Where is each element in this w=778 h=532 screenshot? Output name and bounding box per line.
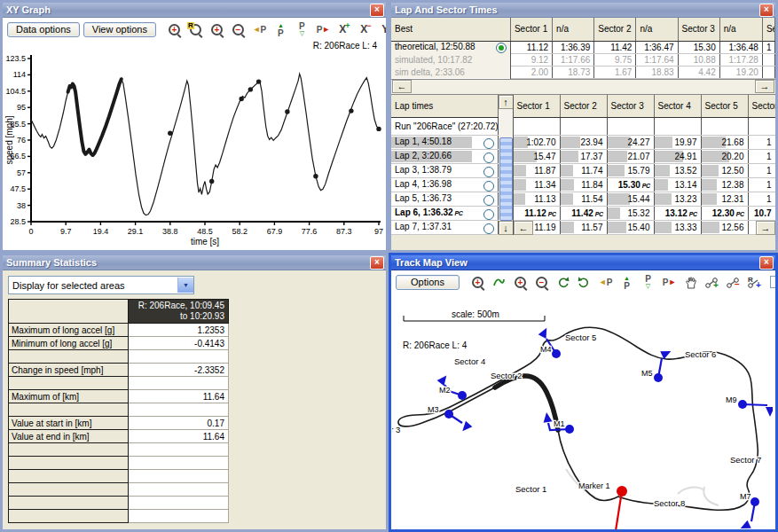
run-row[interactable]: Run "206Race" (27:20.72) [391, 118, 775, 136]
stat-value: -2.3352 [129, 364, 229, 377]
vscroll-thumb[interactable] [499, 137, 513, 221]
lap-label: Lap 7, 1:37.31 [395, 222, 452, 231]
xy-graph-titlebar[interactable]: XY Graph [3, 3, 386, 18]
map-scale-bar: scale: 500m [397, 309, 556, 325]
node-remove-icon[interactable]: − [724, 273, 743, 291]
zoom-out-icon[interactable]: − [229, 20, 248, 38]
stat-value [129, 470, 229, 483]
svg-text:−: − [735, 279, 740, 289]
node-add-icon[interactable]: + [703, 273, 721, 291]
sector-time-cell: 23.94 [560, 136, 607, 150]
lap-sector-times-panel: Lap And Sector Times BestSector 1n/aSect… [389, 0, 778, 253]
track-map-titlebar[interactable]: Track Map View [391, 255, 775, 270]
rotate-ccw-icon[interactable] [575, 273, 593, 291]
lap-row[interactable]: Lap 3, 1:38.7911.8711.7415.7913.5212.501 [391, 164, 775, 178]
close-icon[interactable] [759, 4, 774, 17]
pan-hand-icon[interactable] [681, 273, 700, 291]
lap-row[interactable]: Lap 2, 3:20.6615.4717.3721.0724.9120.201 [391, 150, 775, 164]
sector-time-cell: 24.91 [654, 150, 701, 164]
view-options-button[interactable]: View options [83, 22, 156, 37]
best-row-radio[interactable] [496, 43, 507, 53]
map-marker-m9: M9 [726, 395, 773, 417]
summary-statistics-panel: Summary Statistics Display for selected … [0, 253, 389, 532]
close-icon[interactable] [370, 4, 384, 17]
best-time-cell: 1:17.64 [636, 53, 678, 66]
marker-top-icon[interactable]: ▲P [617, 273, 636, 291]
scroll-left-icon[interactable] [392, 80, 412, 93]
marker-top-icon[interactable]: ▲P [271, 20, 290, 38]
sector-time-cell: 17.37 [560, 150, 607, 164]
data-options-button[interactable]: Data options [7, 22, 80, 37]
lap-radio[interactable] [483, 195, 494, 206]
marker-bottom-icon[interactable]: P▽ [639, 273, 657, 291]
sector-time-cell: 24.27 [607, 136, 654, 150]
best-table-row[interactable]: simulated, 10:17.829.121:17.669.751:17.6… [391, 53, 775, 66]
chevron-down-icon[interactable] [177, 278, 193, 293]
stats-row [9, 403, 229, 417]
options-button[interactable]: Options [396, 275, 460, 290]
lap-label: Lap 4, 1:36.98 [395, 179, 452, 189]
scroll-up-icon[interactable] [499, 95, 514, 109]
zoom-area-icon[interactable]: + [165, 20, 184, 38]
lap-radio[interactable] [483, 223, 494, 234]
stat-value [129, 377, 229, 390]
best-table-row[interactable]: sim delta, 2:33.062.0018.731.6718.834.42… [391, 66, 775, 78]
zoom-in-icon[interactable]: + [511, 273, 530, 291]
best-times-table: BestSector 1n/aSector 2n/aSector 3n/aSec… [391, 18, 775, 79]
zoom-area-icon[interactable]: + [468, 273, 487, 291]
sector-label: Sector 6 [685, 349, 716, 359]
y-plus-icon[interactable]: Y+ [378, 20, 386, 38]
lap-row[interactable]: Lap 5, 1:36.7311.1311.5415.4413.2312.311 [391, 192, 775, 207]
marker-add-icon[interactable]: R+ [745, 273, 764, 291]
best-table-corner: Best [391, 18, 510, 41]
overlay-box-icon[interactable] [766, 273, 775, 291]
close-icon[interactable] [759, 256, 774, 270]
lap-times-titlebar[interactable]: Lap And Sector Times [391, 3, 775, 18]
close-icon[interactable] [370, 256, 384, 270]
column-header: Sector 3 [678, 18, 719, 41]
lap-radio[interactable] [483, 209, 494, 220]
stats-row: Value at start in [km]0.17 [9, 417, 229, 430]
best-table-hscrollbar[interactable] [391, 79, 775, 95]
track-edit-icon[interactable] [490, 273, 508, 291]
rotate-cw-icon[interactable] [554, 273, 572, 291]
lap-row[interactable]: Lap 7, 1:37.3111.1911.5715.4013.3312.56 [391, 221, 775, 235]
display-mode-dropdown[interactable]: Display for selected areas [8, 276, 194, 294]
best-row-label: theoretical, 12:50.88 [395, 42, 475, 51]
lap-table-vscrollbar[interactable] [499, 95, 514, 235]
zoom-in-icon[interactable]: + [208, 20, 226, 38]
summary-titlebar[interactable]: Summary Statistics [3, 255, 386, 270]
svg-text:time [s]: time [s] [191, 237, 219, 246]
lap-label: Lap 5, 1:36.73 [395, 193, 452, 203]
speed-time-chart[interactable]: 28.53847.55766.57685.595104.5114123.509.… [4, 51, 388, 253]
marker-bottom-icon[interactable]: P▽ [293, 20, 311, 38]
scroll-down-icon[interactable] [499, 221, 514, 235]
best-table-row[interactable]: theoretical, 12:50.8811.121:36.3911.421:… [391, 41, 775, 53]
lap-radio[interactable] [483, 138, 494, 149]
scroll-left-icon[interactable] [514, 221, 533, 235]
track-map-canvas[interactable]: R: 206Race L: 4Sector 1Sector 2Sector 3S… [392, 325, 773, 532]
x-minus-icon[interactable]: X− [357, 20, 375, 38]
scroll-right-icon[interactable] [756, 221, 775, 235]
prev-marker-icon[interactable]: ◄P [596, 273, 615, 291]
best-time-cell: 1.67 [594, 66, 636, 78]
lap-row[interactable]: Lap 4, 1:36.9811.3411.8415.30PC13.1412.3… [391, 178, 775, 192]
scroll-right-icon[interactable] [755, 80, 774, 93]
next-marker-icon[interactable]: P► [660, 273, 679, 291]
lap-row[interactable]: Lap 6, 1:36.32PC11.12PC11.42PC15.3213.12… [391, 207, 775, 221]
map-icon-toolbar: ++−◄P▲PP▽P►+−R+ [468, 273, 775, 291]
x-plus-icon[interactable]: X+ [335, 20, 354, 38]
lap-radio[interactable] [483, 153, 494, 163]
sector-time-cell: 12.50 [701, 164, 748, 178]
svg-text:speed [mph]: speed [mph] [4, 115, 14, 164]
zoom-out-icon[interactable]: − [532, 273, 551, 291]
lap-radio[interactable] [483, 167, 494, 177]
marker-label: Marker 1 [578, 481, 610, 490]
prev-marker-icon[interactable]: ◄P [250, 20, 269, 38]
lap-radio[interactable] [483, 181, 494, 192]
lap-row[interactable]: Lap 1, 4:50.181:02.7023.9424.2719.9721.6… [391, 136, 775, 150]
lap-table-corner: Lap times [391, 95, 498, 118]
zoom-last-icon[interactable]: R [186, 20, 205, 38]
next-marker-icon[interactable]: P► [314, 20, 333, 38]
best-time-cell: 9.12 [510, 53, 552, 66]
